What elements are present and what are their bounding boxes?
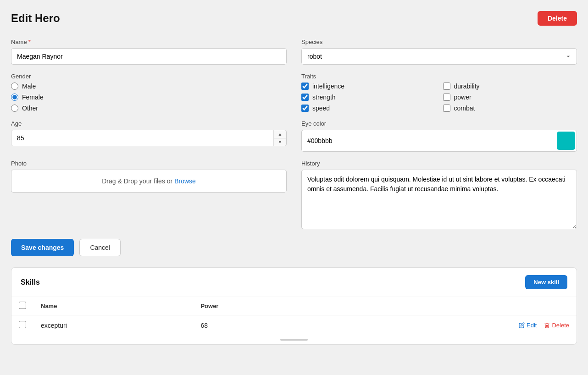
photo-dropzone[interactable]: Drag & Drop your files or Browse [11, 170, 287, 193]
trait-power-checkbox[interactable] [443, 94, 450, 101]
history-label: History [301, 160, 577, 167]
row-checkbox-cell [11, 315, 33, 336]
required-indicator: * [28, 39, 31, 45]
gender-other-label: Other [22, 105, 38, 112]
trait-combat-checkbox[interactable] [443, 105, 450, 112]
trait-intelligence-option[interactable]: intelligence [301, 83, 436, 90]
trait-intelligence-checkbox[interactable] [301, 83, 309, 90]
trait-power-label: power [454, 94, 472, 101]
gender-male-radio[interactable] [11, 83, 18, 90]
skills-table: Name Power excepturi 68 [11, 297, 577, 335]
age-input-wrap: ▲ ▼ [11, 130, 287, 146]
traits-group: intelligence durability strength power [301, 83, 577, 112]
skills-title: Skills [21, 278, 40, 287]
name-column-header: Name [33, 297, 193, 315]
trait-strength-label: strength [312, 94, 336, 101]
trait-speed-label: speed [312, 105, 330, 112]
age-spinners: ▲ ▼ [273, 130, 286, 146]
row-checkbox[interactable] [19, 321, 26, 328]
trash-icon [544, 322, 550, 328]
select-all-header [11, 297, 33, 315]
trait-combat-option[interactable]: combat [443, 105, 577, 112]
save-changes-button[interactable]: Save changes [11, 239, 74, 256]
trait-strength-checkbox[interactable] [301, 94, 309, 101]
gender-male-label: Male [22, 83, 36, 90]
table-header-row: Name Power [11, 297, 577, 315]
gender-male-option[interactable]: Male [11, 83, 287, 90]
trait-durability-label: durability [454, 83, 480, 90]
eye-color-input-wrap [301, 130, 577, 152]
age-input[interactable] [11, 130, 287, 146]
skills-section: Skills New skill Name Power [11, 267, 577, 345]
gender-label: Gender [11, 73, 287, 80]
row-power-cell: 68 [193, 315, 321, 336]
species-select[interactable]: robot human alien cyborg [301, 48, 577, 65]
browse-link[interactable]: Browse [174, 177, 196, 185]
age-label: Age [11, 120, 287, 127]
traits-label: Traits [301, 73, 577, 80]
gender-female-option[interactable]: Female [11, 94, 287, 101]
select-all-checkbox[interactable] [19, 302, 26, 309]
trait-speed-option[interactable]: speed [301, 105, 436, 112]
new-skill-button[interactable]: New skill [525, 275, 567, 289]
trait-durability-option[interactable]: durability [443, 83, 577, 90]
row-actions-cell: Edit Delete [321, 315, 577, 336]
scroll-indicator [11, 335, 577, 344]
trait-combat-label: combat [454, 105, 475, 112]
trait-power-option[interactable]: power [443, 94, 577, 101]
photo-label: Photo [11, 160, 287, 167]
table-row: excepturi 68 Edit [11, 315, 577, 336]
trait-intelligence-label: intelligence [312, 83, 344, 90]
gender-female-radio[interactable] [11, 94, 18, 101]
name-input[interactable] [11, 48, 287, 65]
eye-color-input[interactable] [302, 133, 555, 149]
edit-skill-button[interactable]: Edit [519, 322, 537, 329]
species-label: Species [301, 39, 577, 45]
actions-column-header [321, 297, 577, 315]
trait-speed-checkbox[interactable] [301, 105, 309, 112]
cancel-button[interactable]: Cancel [79, 239, 121, 256]
gender-other-radio[interactable] [11, 105, 18, 112]
gender-radio-group: Male Female Other [11, 83, 287, 112]
age-decrement-button[interactable]: ▼ [274, 138, 286, 146]
eye-color-swatch[interactable] [557, 132, 575, 150]
delete-skill-button[interactable]: Delete [544, 322, 569, 329]
edit-label: Edit [527, 322, 537, 329]
edit-icon [519, 322, 525, 328]
gender-female-label: Female [22, 94, 44, 101]
history-textarea[interactable]: Voluptas odit dolorem qui quisquam. Mole… [301, 170, 577, 229]
scroll-thumb [280, 339, 308, 341]
row-actions: Edit Delete [328, 322, 569, 329]
delete-label: Delete [552, 322, 569, 329]
trait-durability-checkbox[interactable] [443, 83, 450, 90]
eye-color-label: Eye color [301, 120, 577, 127]
age-increment-button[interactable]: ▲ [274, 130, 286, 138]
trait-strength-option[interactable]: strength [301, 94, 436, 101]
delete-hero-button[interactable]: Delete [538, 11, 577, 26]
action-buttons: Save changes Cancel [11, 239, 577, 256]
dropzone-text: Drag & Drop your files or [102, 177, 174, 185]
power-column-header: Power [193, 297, 321, 315]
name-label: Name * [11, 39, 287, 45]
row-name-cell: excepturi [33, 315, 193, 336]
page-title: Edit Hero [11, 12, 60, 25]
gender-other-option[interactable]: Other [11, 105, 287, 112]
skills-header: Skills New skill [11, 268, 577, 297]
